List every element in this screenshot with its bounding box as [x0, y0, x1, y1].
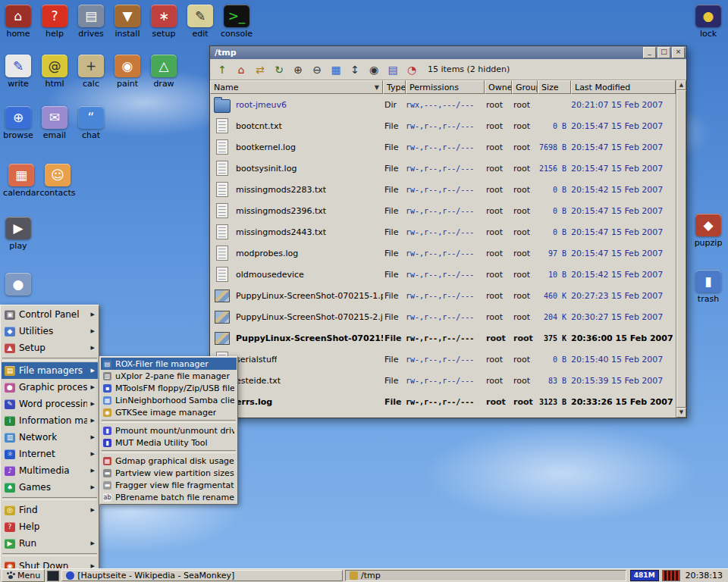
maximize-button[interactable]: □ [657, 47, 670, 58]
file-row[interactable]: PuppyLinux-ScreenShot-070215-3.pngFilerw… [210, 327, 676, 349]
column-header-type[interactable]: Type [383, 80, 406, 94]
file-row[interactable]: root-jmeuv6Dirrwx,---,---/---rootroot20:… [210, 94, 676, 115]
column-header-size[interactable]: Size [538, 80, 571, 94]
file-row[interactable]: missingmods2283.txtFilerw-,r--,r--/---ro… [210, 179, 676, 200]
install[interactable]: ▼install [109, 5, 146, 39]
pager-icon[interactable] [47, 571, 59, 581]
column-header-name[interactable]: Name ▼ [210, 80, 383, 94]
home[interactable]: ⌂home [0, 5, 36, 39]
memory-badge[interactable]: 481M [630, 570, 659, 581]
menu-item-uxplor[interactable]: ▥uXplor 2-pane file manager [101, 370, 237, 382]
pupzip[interactable]: ◆pupzip [690, 214, 726, 248]
menu-item-information-managers[interactable]: iInformation managers▶ [2, 412, 98, 429]
file-row[interactable]: serialstuffFilerw-,r--,r--/---rootroot0 … [210, 349, 676, 370]
calc[interactable]: +calc [73, 55, 109, 89]
vertical-scrollbar[interactable]: ▲ ▼ [676, 80, 686, 418]
file-name-cell: missingmods2283.txt [210, 182, 383, 197]
menu-item-gtksee[interactable]: ◉GTKSee image manager [101, 406, 237, 418]
file-row[interactable]: errs.logFilerw-,r--,r--/---rootroot3123 … [210, 391, 676, 412]
draw[interactable]: △draw [146, 55, 182, 89]
file-row[interactable]: bootcnt.txtFilerw-,r--,r--/---rootroot0 … [210, 115, 676, 136]
column-header-permissions[interactable]: Permissions [406, 80, 485, 94]
menu-item-partview[interactable]: ▬Partview view partition sizes [101, 467, 237, 479]
menu-item-utilities[interactable]: ◆Utilities▶ [2, 323, 98, 340]
write[interactable]: ✎write [0, 55, 36, 89]
scrollbar-thumb[interactable] [676, 90, 686, 408]
file-name: bootcnt.txt [236, 121, 282, 131]
minimize-button[interactable]: _ [643, 47, 656, 58]
menu-item-setup[interactable]: ▲Setup▶ [2, 340, 98, 356]
setup[interactable]: ∗setup [146, 5, 182, 39]
email[interactable]: ✉email [36, 106, 73, 140]
up-icon[interactable]: ↑ [213, 61, 231, 78]
submenu-arrow-icon: ▶ [91, 368, 95, 374]
zoom-in-icon[interactable]: ⊕ [289, 61, 307, 78]
menu-item-pmount[interactable]: ▮Pmount mount/unmount drives [101, 424, 237, 436]
menu-item-find[interactable]: ◎Find▶ [2, 502, 98, 518]
icons-view-icon[interactable]: ▦ [327, 61, 345, 78]
menu-item-graphic-processing[interactable]: ●Graphic processing▶ [2, 379, 98, 396]
paint[interactable]: ◉paint [109, 55, 146, 89]
menu-item-internet[interactable]: ☼Internet▶ [2, 446, 98, 462]
play[interactable]: ▶play [0, 217, 36, 251]
file-row[interactable]: esteide.txtFilerw-,r--,r--/---rootroot83… [210, 370, 676, 391]
menu-item-multimedia[interactable]: ♪Multimedia▶ [2, 462, 98, 479]
menu-item-network[interactable]: ▥Network▶ [2, 429, 98, 446]
file-row[interactable]: PuppyLinux-ScreenShot-070215-1.pngFilerw… [210, 285, 676, 306]
taskbar-task-tmp[interactable]: /tmp [345, 570, 626, 581]
scroll-up-icon[interactable]: ▲ [676, 80, 686, 90]
column-header-owner[interactable]: Owner [485, 80, 512, 94]
help[interactable]: ?help [36, 5, 73, 39]
taskbar-task-seamonkey[interactable]: [Hauptseite - Wikipedia - SeaMonkey] [61, 570, 343, 581]
edit[interactable]: ✎edit [182, 5, 218, 39]
html[interactable]: @html [36, 55, 73, 89]
menu-item-linneighborhood[interactable]: ▦LinNeighborhood Samba client [101, 394, 237, 406]
column-header-modified[interactable]: Last Modified [571, 80, 676, 94]
file-row[interactable]: bootsysinit.logFilerw-,r--,r--/---rootro… [210, 158, 676, 179]
zoom-out-icon[interactable]: ⊖ [308, 61, 326, 78]
menu-item-mtoolsfm[interactable]: ▪MToolsFM floppy/Zip/USB file mgr [101, 382, 237, 394]
close-button[interactable]: × [672, 47, 685, 58]
menu-item-pbrename[interactable]: abPBrename batch file renamer [101, 491, 237, 503]
chat[interactable]: “chat [73, 106, 109, 140]
cloud [425, 424, 698, 523]
home-icon[interactable]: ⌂ [232, 61, 250, 78]
bookmarks-icon[interactable]: ⇄ [251, 61, 269, 78]
column-header-group[interactable]: Group [512, 80, 538, 94]
file-size: 3123 B [538, 398, 571, 406]
file-row[interactable]: missingmods2443.txtFilerw-,r--,r--/---ro… [210, 221, 676, 242]
menu-item-gdmap[interactable]: ▦Gdmap graphical disk usage [101, 455, 237, 467]
scroll-down-icon[interactable]: ▼ [676, 408, 686, 418]
file-row[interactable]: missingmods2396.txtFilerw-,r--,r--/---ro… [210, 200, 676, 221]
refresh-icon[interactable]: ↻ [270, 61, 288, 78]
file-row[interactable]: PuppyLinux-ScreenShot-070215-2.jpgFilerw… [210, 306, 676, 327]
sort-icon[interactable]: ↕ [346, 61, 364, 78]
trash[interactable]: ▮trash [690, 270, 726, 304]
menu-item-control-panel[interactable]: ▣Control Panel▶ [2, 306, 98, 323]
browse[interactable]: ⊕browse [0, 106, 36, 140]
file-size: 0 B [538, 207, 571, 215]
drives[interactable]: ▤drives [73, 5, 109, 39]
show-hidden-icon[interactable]: ◉ [365, 61, 383, 78]
menu-item-file-managers[interactable]: ▤File managers▶ [2, 362, 98, 379]
lock[interactable]: ●lock [690, 5, 726, 39]
connect[interactable]: ● [0, 273, 36, 296]
details-view-icon[interactable]: ▤ [384, 61, 402, 78]
contacts[interactable]: ☺contacts [39, 164, 76, 198]
menu-item-rox-filer[interactable]: ▤ROX-Filer file manager [101, 358, 237, 370]
menu-item-mut[interactable]: ▮MUT Media Utility Tool [101, 436, 237, 449]
menu-item-games[interactable]: ♠Games▶ [2, 479, 98, 496]
menu-button[interactable]: Menu [2, 569, 45, 582]
menu-item-fragger[interactable]: ▬Fragger view file fragmentation [101, 479, 237, 491]
menu-item-help[interactable]: ?Help [2, 518, 98, 535]
file-row[interactable]: modprobes.logFilerw-,r--,r--/---rootroot… [210, 242, 676, 264]
file-name: root-jmeuv6 [236, 100, 287, 110]
window-titlebar[interactable]: /tmp _ □ × [210, 46, 686, 59]
menu-item-run[interactable]: ▶Run▶ [2, 535, 98, 552]
refresh-timer-icon[interactable]: ◔ [403, 61, 421, 78]
file-row[interactable]: oldmousedeviceFilerw-,r--,r--/---rootroo… [210, 264, 676, 285]
calendar[interactable]: ▦calendar [3, 164, 39, 198]
menu-item-word-processing[interactable]: ✎Word processing▶ [2, 396, 98, 412]
file-row[interactable]: bootkernel.logFilerw-,r--,r--/---rootroo… [210, 136, 676, 158]
console[interactable]: >_console [218, 5, 255, 39]
